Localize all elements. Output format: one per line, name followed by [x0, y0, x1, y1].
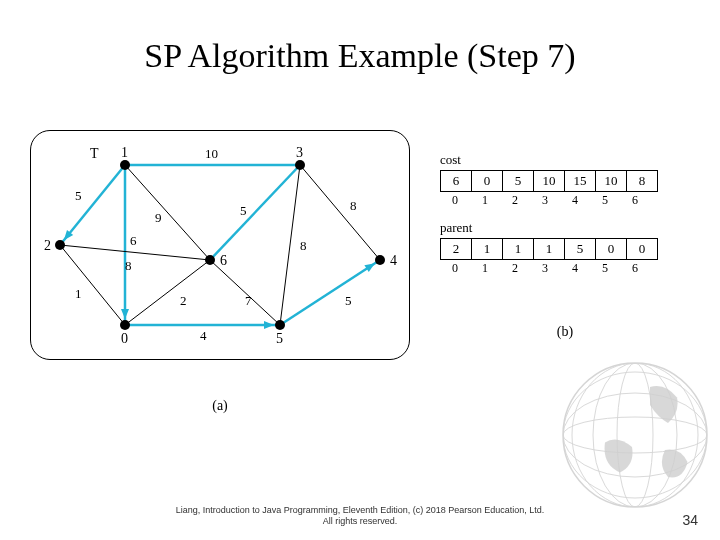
- page-number: 34: [682, 512, 698, 528]
- graph-node: [55, 240, 65, 250]
- cost-cell: 6: [441, 171, 472, 192]
- parent-cell: 1: [503, 239, 534, 260]
- footer-credit: Liang, Introduction to Java Programming,…: [0, 505, 720, 528]
- node-label: 6: [220, 253, 227, 268]
- svg-point-5: [617, 363, 653, 507]
- edge-weight: 10: [205, 146, 218, 161]
- graph-caption: (a): [30, 398, 410, 414]
- node-label: 1: [121, 145, 128, 160]
- svg-point-2: [563, 417, 707, 453]
- cost-cell: 10: [596, 171, 627, 192]
- parent-cell: 0: [596, 239, 627, 260]
- edge-weight: 1: [75, 286, 82, 301]
- cost-index-cell: 4: [560, 192, 590, 208]
- cost-cell: 0: [472, 171, 503, 192]
- parent-index-cell: 5: [590, 260, 620, 276]
- graph-edge: [300, 165, 380, 260]
- edge-weight: 4: [200, 328, 207, 343]
- cost-cell: 15: [565, 171, 596, 192]
- graph-node: [295, 160, 305, 170]
- cost-cell: 8: [627, 171, 658, 192]
- parent-index-cell: 0: [440, 260, 470, 276]
- cost-cell: 5: [503, 171, 534, 192]
- parent-index-cell: 4: [560, 260, 590, 276]
- graph-panel: 105961858827450123456T (a): [30, 130, 410, 390]
- graph-node: [120, 320, 130, 330]
- graph-edge: [280, 260, 380, 325]
- graph-node: [375, 255, 385, 265]
- edge-weight: 6: [130, 233, 137, 248]
- parent-index-cell: 6: [620, 260, 650, 276]
- edge-weight: 8: [300, 238, 307, 253]
- globe-decoration: [560, 360, 710, 510]
- parent-label: parent: [440, 220, 690, 236]
- cost-cell: 10: [534, 171, 565, 192]
- parent-cell: 1: [534, 239, 565, 260]
- node-label: 4: [390, 253, 397, 268]
- parent-cell: 1: [472, 239, 503, 260]
- graph-annotation: T: [90, 146, 99, 161]
- node-label: 0: [121, 331, 128, 346]
- node-label: 3: [296, 145, 303, 160]
- page-title: SP Algorithm Example (Step 7): [0, 37, 720, 75]
- edge-weight: 2: [180, 293, 187, 308]
- parent-cell: 2: [441, 239, 472, 260]
- graph-svg: 105961858827450123456T: [30, 130, 410, 360]
- tables-panel: cost 6051015108 0123456 parent 2111500 0…: [440, 140, 690, 340]
- footer-line1: Liang, Introduction to Java Programming,…: [176, 505, 545, 515]
- arrow-icon: [121, 309, 129, 319]
- graph-node: [120, 160, 130, 170]
- graph-edge: [125, 165, 210, 260]
- svg-point-1: [563, 363, 707, 507]
- graph-edge: [210, 165, 300, 260]
- parent-cell: 5: [565, 239, 596, 260]
- svg-point-6: [593, 363, 677, 507]
- parent-table: 2111500: [440, 238, 658, 260]
- edge-weight: 7: [245, 293, 252, 308]
- cost-index-cell: 1: [470, 192, 500, 208]
- parent-cell: 0: [627, 239, 658, 260]
- arrow-icon: [364, 263, 375, 272]
- graph-node: [205, 255, 215, 265]
- edge-weight: 9: [155, 210, 162, 225]
- graph-edge: [280, 165, 300, 325]
- parent-index-cell: 2: [500, 260, 530, 276]
- parent-index-cell: 3: [530, 260, 560, 276]
- cost-index-cell: 3: [530, 192, 560, 208]
- graph-node: [275, 320, 285, 330]
- parent-index-cell: 1: [470, 260, 500, 276]
- footer-line2: All rights reserved.: [323, 516, 398, 526]
- cost-index-cell: 0: [440, 192, 470, 208]
- cost-index-cell: 2: [500, 192, 530, 208]
- cost-index-cell: 6: [620, 192, 650, 208]
- node-label: 2: [44, 238, 51, 253]
- graph-edge: [60, 245, 125, 325]
- graph-edge: [125, 260, 210, 325]
- edge-weight: 5: [75, 188, 82, 203]
- node-label: 5: [276, 331, 283, 346]
- edge-weight: 8: [125, 258, 132, 273]
- edge-weight: 5: [240, 203, 247, 218]
- tables-caption: (b): [440, 324, 690, 340]
- cost-table: 6051015108: [440, 170, 658, 192]
- edge-weight: 8: [350, 198, 357, 213]
- parent-index: 0123456: [440, 260, 650, 276]
- cost-label: cost: [440, 152, 690, 168]
- arrow-icon: [264, 321, 274, 329]
- cost-index: 0123456: [440, 192, 650, 208]
- cost-index-cell: 5: [590, 192, 620, 208]
- edge-weight: 5: [345, 293, 352, 308]
